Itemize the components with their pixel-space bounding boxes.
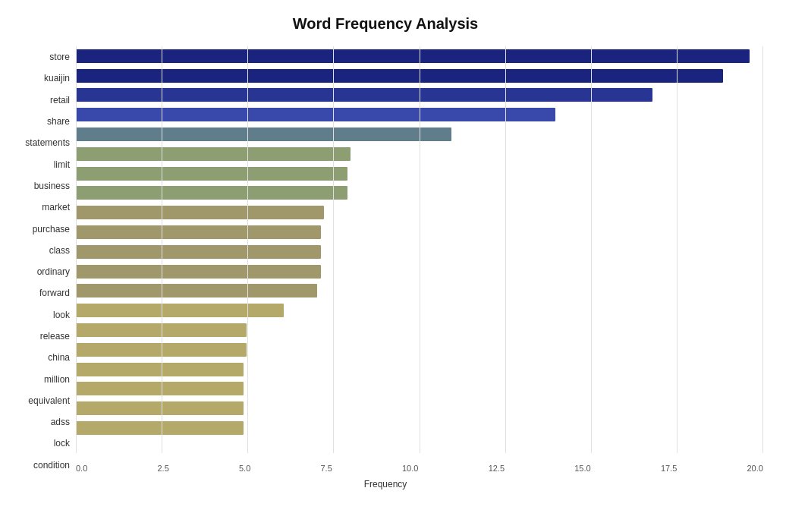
- y-label: store: [8, 52, 70, 61]
- y-label: release: [8, 332, 70, 341]
- x-tick: 17.5: [661, 464, 677, 476]
- bar: [76, 49, 750, 63]
- bar-row: [76, 46, 763, 66]
- y-label: lock: [8, 439, 70, 448]
- bar-row: [76, 184, 763, 203]
- x-tick: 2.5: [158, 464, 169, 476]
- bar-row: [76, 203, 763, 222]
- bar-row: [76, 164, 763, 184]
- bar-row: [76, 222, 763, 242]
- x-tick: 5.0: [239, 464, 250, 476]
- bar: [76, 225, 321, 239]
- bar-row: [76, 418, 763, 438]
- bar-row: [76, 66, 763, 86]
- x-axis-label: Frequency: [8, 479, 763, 490]
- x-tick: 0.0: [76, 464, 87, 476]
- y-label: million: [8, 375, 70, 384]
- x-tick: 10.0: [402, 464, 418, 476]
- y-label: market: [8, 203, 70, 212]
- bar-row: [76, 105, 763, 124]
- x-tick: 15.0: [574, 464, 590, 476]
- y-label: class: [8, 246, 70, 255]
- bar: [76, 206, 324, 219]
- x-tick: 12.5: [489, 464, 505, 476]
- chart-title: Word Frequency Analysis: [8, 15, 763, 33]
- bar-row: [76, 282, 763, 301]
- y-label: business: [8, 181, 70, 190]
- x-tick: 20.0: [747, 464, 763, 476]
- bar-row: [76, 340, 763, 360]
- bar-row: [76, 398, 763, 418]
- y-label: condition: [8, 461, 70, 470]
- chart-container: Word Frequency Analysis storekuaijinreta…: [0, 0, 786, 532]
- bar: [76, 167, 347, 181]
- y-label: kuaijin: [8, 74, 70, 83]
- bar: [76, 245, 321, 259]
- bar-row: [76, 379, 763, 399]
- bar-row: [76, 242, 763, 262]
- bar: [76, 343, 247, 357]
- bar: [76, 127, 451, 141]
- bar: [76, 265, 321, 279]
- bar: [76, 401, 244, 415]
- bar: [76, 69, 723, 83]
- bar: [76, 304, 284, 317]
- bar: [76, 147, 351, 161]
- bar-row: [76, 124, 763, 144]
- bar-row: [76, 86, 763, 105]
- bars-area: [76, 46, 763, 461]
- bar: [76, 88, 652, 102]
- bar-row: [76, 262, 763, 282]
- x-tick: 7.5: [321, 464, 332, 476]
- y-label: china: [8, 353, 70, 362]
- bar-row: [76, 301, 763, 320]
- bar: [76, 186, 347, 200]
- y-label: purchase: [8, 225, 70, 234]
- bar: [76, 284, 317, 297]
- bar-row: [76, 320, 763, 340]
- y-label: look: [8, 310, 70, 320]
- bar: [76, 108, 555, 121]
- bar: [76, 323, 247, 337]
- bar: [76, 363, 244, 376]
- y-label: forward: [8, 288, 70, 297]
- y-label: retail: [8, 96, 70, 105]
- y-label: share: [8, 117, 70, 126]
- y-label: adss: [8, 417, 70, 427]
- bar-row: [76, 360, 763, 379]
- x-axis-ticks: 0.02.55.07.510.012.515.017.520.0: [76, 461, 763, 476]
- y-label: equivalent: [8, 396, 70, 405]
- bar-row: [76, 144, 763, 164]
- bar: [76, 382, 244, 395]
- y-label: limit: [8, 160, 70, 169]
- bar: [76, 421, 244, 435]
- y-label: ordinary: [8, 267, 70, 276]
- y-label: statements: [8, 138, 70, 147]
- y-axis-labels: storekuaijinretailsharestatementslimitbu…: [8, 46, 76, 476]
